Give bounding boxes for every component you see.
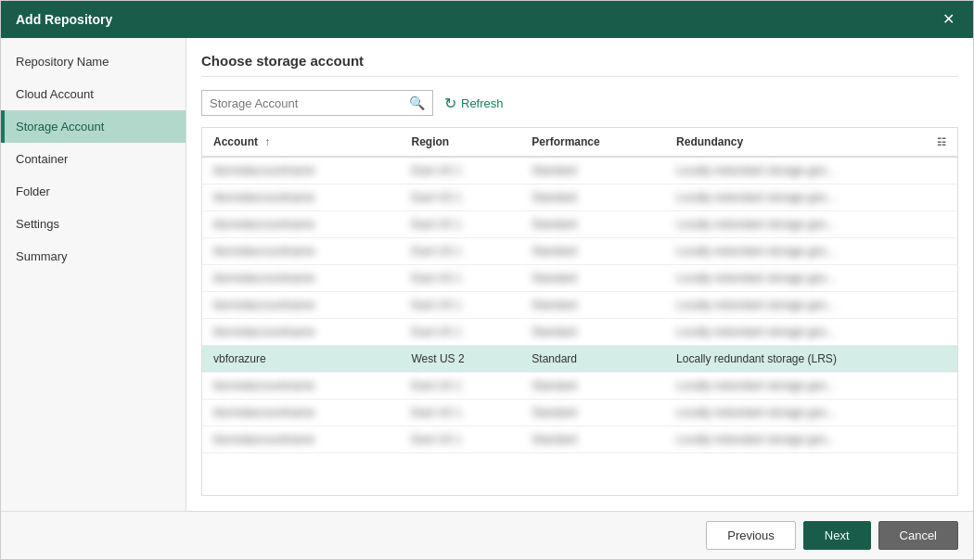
cell-redundancy: Locally redundant storage geo... — [665, 319, 957, 346]
cell-account: blurredaccountname — [202, 265, 400, 292]
dialog-footer: Previous Next Cancel — [1, 511, 973, 559]
table-scroll[interactable]: Account ↑ Region Performance — [202, 128, 957, 495]
cell-redundancy: Locally redundant storage geo... — [665, 157, 957, 185]
col-settings-icon: ☷ — [937, 136, 946, 148]
table-row[interactable]: blurredaccountname East US 1 Standard Lo… — [202, 319, 957, 346]
col-header-performance: Performance — [520, 128, 665, 157]
cell-region: East US 1 — [400, 400, 520, 426]
cell-region: East US 1 — [400, 238, 520, 265]
cell-performance: Standard — [520, 319, 665, 346]
table-row[interactable]: vbforazure West US 2 Standard Locally re… — [202, 346, 957, 373]
cell-region: East US 1 — [400, 185, 520, 211]
next-button[interactable]: Next — [803, 521, 871, 550]
cell-redundancy: Locally redundant storage geo... — [665, 265, 957, 292]
cell-region: East US 1 — [400, 265, 520, 292]
cell-performance: Standard — [520, 238, 665, 265]
add-repository-dialog: Add Repository ✕ Repository Name Cloud A… — [0, 0, 974, 560]
table-row[interactable]: blurredaccountname East US 1 Standard Lo… — [202, 292, 957, 319]
cell-account: blurredaccountname — [202, 319, 400, 346]
cell-performance: Standard — [520, 426, 665, 453]
cell-account: blurredaccountname — [202, 185, 400, 211]
sidebar-item-container[interactable]: Container — [1, 143, 186, 175]
cell-performance: Standard — [520, 373, 665, 400]
cell-redundancy: Locally redundant storage geo... — [665, 238, 957, 265]
cell-region: East US 1 — [400, 292, 520, 319]
cell-account: blurredaccountname — [202, 373, 400, 400]
col-header-settings[interactable]: ☷ — [881, 128, 957, 157]
table-row[interactable]: blurredaccountname East US 1 Standard Lo… — [202, 185, 957, 211]
table-body: blurredaccountname East US 1 Standard Lo… — [202, 157, 957, 453]
dialog-title: Add Repository — [16, 12, 112, 27]
main-content: Choose storage account 🔍 ↻ Refresh — [186, 38, 973, 511]
cell-account: blurredaccountname — [202, 157, 400, 185]
cell-redundancy: Locally redundant storage geo... — [665, 426, 957, 453]
table-row[interactable]: blurredaccountname East US 1 Standard Lo… — [202, 211, 957, 238]
cell-performance: Standard — [520, 346, 665, 373]
cell-performance: Standard — [520, 265, 665, 292]
table-header-row: Account ↑ Region Performance — [202, 128, 957, 157]
dialog-body: Repository Name Cloud Account Storage Ac… — [1, 38, 973, 511]
cell-account: blurredaccountname — [202, 292, 400, 319]
cell-region: East US 1 — [400, 211, 520, 238]
search-input[interactable] — [210, 96, 409, 110]
sidebar-label-folder: Folder — [16, 185, 50, 198]
cell-region: East US 1 — [400, 319, 520, 346]
table-row[interactable]: blurredaccountname East US 1 Standard Lo… — [202, 238, 957, 265]
close-button[interactable]: ✕ — [939, 10, 958, 29]
cell-redundancy: Locally redundant storage geo... — [665, 185, 957, 211]
previous-button[interactable]: Previous — [706, 521, 796, 550]
sidebar: Repository Name Cloud Account Storage Ac… — [1, 38, 186, 511]
table-row[interactable]: blurredaccountname East US 1 Standard Lo… — [202, 157, 957, 185]
col-header-redundancy: Redundancy — [665, 128, 881, 157]
cell-region: East US 1 — [400, 373, 520, 400]
cancel-button[interactable]: Cancel — [878, 521, 958, 550]
cell-region: East US 1 — [400, 426, 520, 453]
table-row[interactable]: blurredaccountname East US 1 Standard Lo… — [202, 265, 957, 292]
dialog-header: Add Repository ✕ — [1, 1, 973, 38]
sidebar-label-storage-account: Storage Account — [16, 120, 104, 134]
sidebar-label-summary: Summary — [16, 249, 68, 263]
cell-redundancy: Locally redundant storage geo... — [665, 400, 957, 426]
sidebar-item-repository-name[interactable]: Repository Name — [1, 45, 186, 78]
cell-region: East US 1 — [400, 157, 520, 185]
cell-redundancy: Locally redundant storage geo... — [665, 211, 957, 238]
cell-region: West US 2 — [400, 346, 520, 373]
cell-redundancy: Locally redundant storage geo... — [665, 373, 957, 400]
cell-redundancy: Locally redundant storage (LRS) — [665, 346, 957, 373]
cell-redundancy: Locally redundant storage geo... — [665, 292, 957, 319]
table-container: Account ↑ Region Performance — [201, 127, 958, 496]
cell-account: vbforazure — [202, 346, 400, 373]
sidebar-label-container: Container — [16, 152, 68, 166]
sidebar-item-settings[interactable]: Settings — [1, 208, 186, 240]
col-header-region: Region — [400, 128, 520, 157]
refresh-icon: ↻ — [444, 95, 456, 112]
search-box: 🔍 — [201, 90, 433, 116]
table-row[interactable]: blurredaccountname East US 1 Standard Lo… — [202, 426, 957, 453]
cell-performance: Standard — [520, 292, 665, 319]
table-row[interactable]: blurredaccountname East US 1 Standard Lo… — [202, 400, 957, 426]
refresh-label: Refresh — [461, 96, 504, 110]
section-title: Choose storage account — [201, 53, 958, 77]
table-row[interactable]: blurredaccountname East US 1 Standard Lo… — [202, 373, 957, 400]
sort-arrow-icon: ↑ — [264, 135, 270, 148]
toolbar: 🔍 ↻ Refresh — [201, 90, 958, 116]
cell-performance: Standard — [520, 211, 665, 238]
sidebar-label-settings: Settings — [16, 217, 59, 231]
storage-table: Account ↑ Region Performance — [202, 128, 957, 453]
cell-account: blurredaccountname — [202, 400, 400, 426]
sidebar-item-storage-account[interactable]: Storage Account — [1, 110, 186, 143]
cell-performance: Standard — [520, 157, 665, 185]
sidebar-label-repository-name: Repository Name — [16, 55, 109, 69]
sidebar-item-summary[interactable]: Summary — [1, 240, 186, 273]
cell-performance: Standard — [520, 400, 665, 426]
search-icon: 🔍 — [409, 95, 425, 110]
cell-account: blurredaccountname — [202, 211, 400, 238]
cell-account: blurredaccountname — [202, 426, 400, 453]
cell-account: blurredaccountname — [202, 238, 400, 265]
sidebar-label-cloud-account: Cloud Account — [16, 87, 94, 101]
refresh-button[interactable]: ↻ Refresh — [444, 95, 504, 112]
sidebar-item-folder[interactable]: Folder — [1, 175, 186, 208]
col-header-account[interactable]: Account ↑ — [202, 128, 400, 157]
sidebar-item-cloud-account[interactable]: Cloud Account — [1, 78, 186, 110]
cell-performance: Standard — [520, 185, 665, 211]
